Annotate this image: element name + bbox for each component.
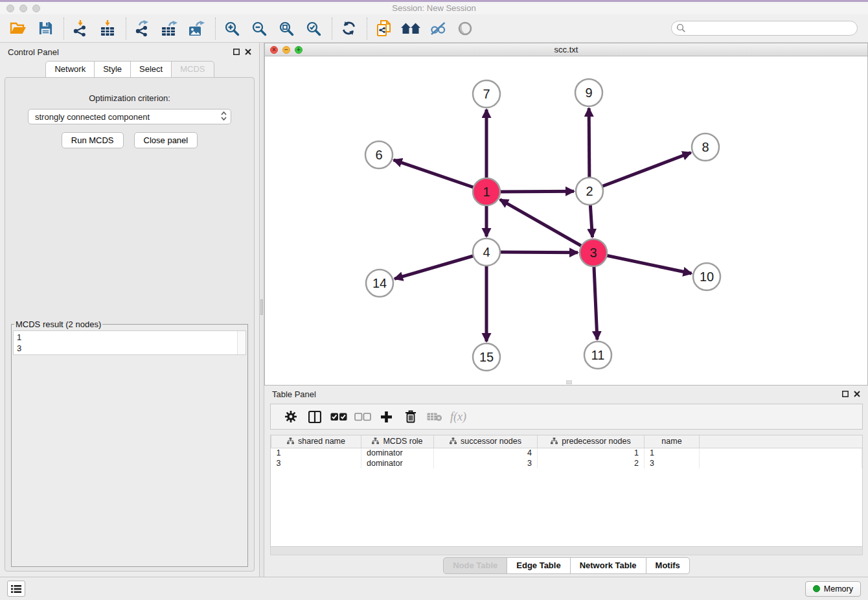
zoom-selected-icon[interactable] (301, 16, 326, 41)
close-window-button[interactable] (6, 5, 14, 12)
memory-button[interactable]: Memory (805, 581, 861, 597)
graph-edge-3-1[interactable] (500, 200, 593, 253)
close-panel-icon[interactable] (245, 49, 251, 55)
svg-text:14: 14 (372, 276, 387, 290)
graph-node-3[interactable]: 3 (580, 239, 607, 266)
tab-motifs[interactable]: Motifs (646, 557, 690, 574)
zoom-fit-icon[interactable] (273, 16, 299, 41)
select-all-icon[interactable] (326, 406, 350, 428)
graph-edge-1-6[interactable] (394, 160, 486, 192)
task-history-icon[interactable] (7, 581, 25, 597)
export-table-icon[interactable] (157, 16, 183, 41)
graph-node-14[interactable]: 14 (366, 270, 393, 297)
svg-text:4: 4 (483, 245, 490, 259)
svg-text:6: 6 (375, 148, 382, 162)
toggle-panes-icon[interactable] (303, 406, 326, 428)
tab-style[interactable]: Style (94, 61, 131, 78)
table-panel-header: Table Panel (264, 386, 868, 402)
search-icon (676, 23, 686, 35)
refresh-view-icon[interactable] (336, 16, 361, 41)
tab-mcds[interactable]: MCDS (171, 61, 214, 78)
tab-edge-table[interactable]: Edge Table (507, 557, 570, 574)
table-tabs: Node Table Edge Table Network Table Moti… (264, 555, 868, 577)
mcds-result-text: 1 3 (14, 331, 237, 354)
search-input[interactable] (671, 21, 858, 36)
column-header-shared-name[interactable]: shared name (271, 435, 361, 448)
column-header-successor-nodes[interactable]: successor nodes (434, 435, 538, 448)
table-row[interactable]: 1 dominator 4 1 1 (271, 448, 862, 458)
panel-splitter[interactable] (259, 43, 264, 577)
tab-select[interactable]: Select (130, 61, 172, 78)
network-home-icon[interactable] (398, 16, 424, 41)
graph-node-10[interactable]: 10 (693, 263, 720, 290)
result-scrollbar[interactable] (237, 331, 246, 354)
graph-node-6[interactable]: 6 (365, 141, 393, 168)
graph-edge-2-8[interactable] (589, 153, 691, 191)
delete-column-icon (422, 406, 446, 428)
network-maximize-button[interactable]: + (295, 46, 303, 54)
select-chevrons-icon (221, 111, 227, 122)
svg-text:8: 8 (702, 140, 709, 154)
graph-node-11[interactable]: 11 (584, 341, 611, 369)
duplicate-network-icon[interactable] (371, 16, 396, 41)
export-image-icon[interactable] (184, 16, 210, 41)
canvas-splitter-grip[interactable] (566, 380, 572, 384)
network-window-title: scc.txt (265, 45, 867, 54)
graph-edge-3-10[interactable] (593, 253, 692, 273)
tab-node-table[interactable]: Node Table (443, 557, 507, 574)
graph-node-8[interactable]: 8 (692, 133, 719, 161)
window-controls (6, 5, 40, 12)
column-header-predecessor-nodes[interactable]: predecessor nodes (538, 435, 645, 448)
criterion-select[interactable]: strongly connected component (28, 109, 231, 124)
show-graphics-details-icon[interactable] (452, 16, 478, 41)
open-file-icon[interactable] (5, 16, 31, 41)
maximize-window-button[interactable] (32, 5, 40, 12)
network-view-window: × − + scc.txt 7968124314101511 (264, 43, 868, 386)
table-row[interactable]: 3 dominator 3 2 3 (271, 458, 862, 468)
add-row-icon[interactable] (374, 406, 398, 428)
hide-graphics-details-icon[interactable] (425, 16, 451, 41)
window-title: Session: New Session (0, 3, 868, 13)
float-panel-icon[interactable] (233, 49, 240, 55)
network-graph[interactable]: 7968124314101511 (265, 56, 867, 383)
export-network-icon[interactable] (130, 16, 155, 41)
deselect-all-icon[interactable] (350, 406, 374, 428)
zoom-in-icon[interactable] (219, 16, 245, 41)
criterion-value: strongly connected component (35, 112, 221, 122)
table-panel: Table Panel (264, 386, 868, 577)
tab-network[interactable]: Network (45, 61, 95, 78)
column-header-name[interactable]: name (645, 435, 700, 448)
close-table-panel-icon[interactable] (854, 391, 860, 397)
mcds-result-box[interactable]: 1 3 (13, 330, 246, 355)
float-table-panel-icon[interactable] (842, 391, 849, 397)
result-line: 3 (17, 343, 234, 354)
graph-node-4[interactable]: 4 (473, 238, 500, 266)
import-network-icon[interactable] (67, 16, 93, 41)
column-header-mcds-role[interactable]: MCDS role (361, 435, 434, 448)
column-tree-icon (450, 437, 457, 446)
toolbar-separator (363, 17, 367, 40)
delete-row-icon[interactable] (398, 406, 422, 428)
toolbar-separator (122, 17, 126, 40)
import-table-icon[interactable] (95, 16, 120, 41)
node-table: shared name MCDS role successor nodes pr… (270, 435, 863, 547)
graph-node-1[interactable]: 1 (473, 178, 500, 205)
tab-network-table[interactable]: Network Table (570, 557, 646, 574)
control-panel-header: Control Panel (0, 43, 259, 61)
graph-node-2[interactable]: 2 (576, 178, 603, 205)
network-canvas[interactable]: 7968124314101511 (265, 56, 867, 385)
splitter-grip[interactable] (260, 299, 263, 315)
graph-node-15[interactable]: 15 (473, 343, 500, 371)
network-minimize-button[interactable]: − (282, 46, 290, 54)
graph-node-7[interactable]: 7 (473, 80, 500, 108)
zoom-out-icon[interactable] (246, 16, 272, 41)
network-close-button[interactable]: × (270, 46, 278, 54)
minimize-window-button[interactable] (19, 5, 27, 12)
mcds-result-group: MCDS result (2 nodes) 1 3 (11, 319, 248, 567)
run-mcds-button[interactable]: Run MCDS (62, 132, 124, 148)
save-session-icon[interactable] (32, 16, 58, 41)
close-panel-button[interactable]: Close panel (134, 132, 198, 148)
fx-label: f(x) (450, 410, 466, 424)
graph-node-9[interactable]: 9 (575, 79, 602, 106)
settings-gear-icon[interactable] (279, 406, 303, 428)
